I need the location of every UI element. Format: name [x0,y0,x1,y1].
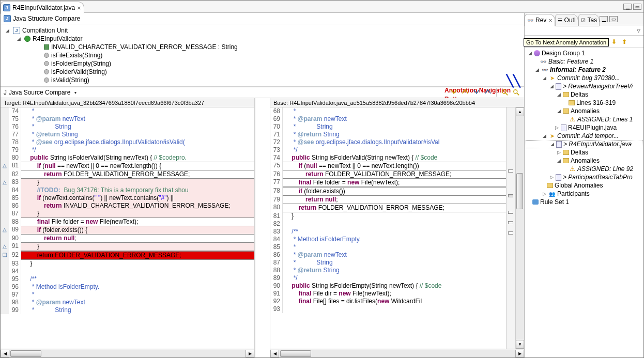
compilation-unit-icon: J [13,27,20,34]
structure-compare-title: Java Structure Compare [13,15,80,22]
expand-icon[interactable]: ◢ [6,28,11,33]
target-pane: Target: R4EInputValidator.java_32bb23476… [1,98,255,357]
tree-node-method[interactable]: isValid(String) [4,76,521,84]
method-icon [44,61,49,66]
target-code[interactable]: 74 *75 * @param newText76 * String77 * @… [1,107,254,349]
compare-connector [255,98,270,357]
scroll-down-icon[interactable]: ▼ [516,340,524,349]
base-scroll-h[interactable]: ◀ ▶ [270,349,524,357]
java-file-icon: J [3,4,10,11]
scroll-left-icon[interactable]: ◀ [1,350,9,357]
tree-node[interactable]: ▷Deltas [526,148,642,157]
tree-node[interactable]: 👓Basic: Feature 1 [526,57,642,66]
tree-node-method[interactable]: isFolderValid(String) [4,68,521,76]
compare-view: Target: R4EInputValidator.java_32bb23476… [1,98,524,357]
tree-node[interactable]: ▷Participants [526,190,642,198]
scroll-up-icon[interactable]: ▲ [516,107,524,116]
close-icon[interactable]: ✕ [77,4,81,11]
tree-node[interactable]: Lines 316-319 [526,99,642,107]
svg-point-0 [502,90,506,94]
group-icon [534,50,540,56]
target-header: Target: R4EInputValidator.java_32bb23476… [1,98,254,107]
base-header: Base: R4EInputValidator.java_ae515a58382… [270,98,524,107]
tree-node[interactable]: Global Anomalies [526,181,642,190]
svg-point-1 [514,90,517,94]
method-icon [44,53,49,58]
tree-node[interactable]: Rule Set 1 [526,198,642,206]
file-icon [556,141,562,148]
tree-node-class[interactable]: ◢ R4EInputValidator [4,35,521,43]
scroll-left-icon[interactable]: ◀ [270,350,279,357]
commit-icon [548,74,556,82]
minimize-button[interactable]: ▁ [600,16,608,22]
base-code[interactable]: 68 *69 * @param newText70 * String71 * @… [270,107,506,349]
scroll-right-icon[interactable]: ▶ [246,350,254,357]
tree-node-method[interactable]: isFileExists(String) [4,51,521,59]
tab-outline[interactable]: ☰ Outl [555,14,578,26]
scroll-right-icon[interactable]: ▶ [515,350,524,357]
next-diff-button[interactable] [449,88,458,97]
maximize-button[interactable]: ▭ [633,4,641,10]
target-scroll-h[interactable]: ◀ ▶ [1,349,254,357]
review-icon: 👓 [541,66,548,73]
tasks-icon: ☑ [581,18,586,23]
minimize-button[interactable]: ▁ [623,4,632,10]
base-scroll-v[interactable]: ▲ ▼ [515,107,524,349]
method-icon [44,69,49,74]
prev-anomaly-button[interactable] [512,88,521,97]
tree-node[interactable]: ▷> ParticipantBasicTabPro [526,173,642,181]
tree-node[interactable]: ◢👓Informal: Feature 2 [526,66,642,74]
down-arrow-icon[interactable]: ⬇ [609,37,619,46]
global-anomalies-icon [547,183,553,188]
next-anomaly-button[interactable] [500,88,510,97]
tree-node-compilation-unit[interactable]: ◢ J Compilation Unit [4,26,521,35]
java-icon: J [4,15,11,22]
tree-node[interactable]: ▷R4EUIPlugin.java [526,123,642,132]
tree-node[interactable]: ◢Commit: bug 370380... [526,74,642,82]
file-icon [556,174,561,181]
ruleset-icon [532,199,539,205]
editor-window-controls: ▁ ▭ [623,1,643,12]
next-change-button[interactable] [472,88,481,97]
class-icon [24,36,30,42]
method-icon [44,77,49,83]
tree-node-selected[interactable]: ◢> R4EInputValidator.java [526,140,642,148]
tree-node[interactable]: ◢Commit: Add tempor... [526,132,642,140]
anomalies-icon [563,158,569,163]
file-icon [556,83,561,90]
tree-node[interactable]: ◢Deltas [526,90,642,99]
view-menu-icon[interactable]: ▽ [637,28,640,33]
structure-tree: ◢ J Compilation Unit ◢ R4EInputValidator… [1,24,524,87]
binoculars-icon: 👓 [527,18,533,23]
tab-review[interactable]: 👓 Rev ✕ [525,14,555,26]
tree-node[interactable]: ASSIGNED: Line 92 [526,165,642,173]
editor-tab-title: R4EInputValidator.java [12,4,75,11]
tree-node[interactable]: ◢Anomalies [526,157,642,165]
warn-icon [569,116,576,123]
tooltip: Go To Next Anomaly Annotation [524,38,609,46]
prev-change-button[interactable] [483,88,493,97]
deltas-icon [563,150,569,155]
outline-icon: ☰ [558,18,562,23]
tab-tasks[interactable]: ☑ Tas [578,14,600,26]
dropdown-icon[interactable]: ▼ [73,91,77,95]
source-compare-toolbar: J Java Source Compare ▼ [1,87,524,98]
prev-diff-button[interactable] [461,88,470,97]
tree-node-method[interactable]: isFolderEmpty(String) [4,59,521,68]
tree-node[interactable]: ◢Design Group 1 [526,49,642,57]
maximize-button[interactable]: ▭ [609,16,618,22]
expand-icon[interactable]: ◢ [17,36,22,41]
tree-node-field[interactable]: INVALID_CHARACTER_VALIDATION_ERROR_MESSA… [4,43,521,51]
up-arrow-icon[interactable]: ⬆ [620,37,629,46]
commit-icon [548,132,556,139]
tree-node[interactable]: ASSIGNED: Lines 1 [526,115,642,123]
base-pane: Base: R4EInputValidator.java_ae515a58382… [270,98,524,357]
deltas-icon [563,92,569,97]
tree-node[interactable]: ◢> ReviewNavigatorTreeVi [526,82,642,90]
editor-tab-active[interactable]: J R4EInputValidator.java ✕ [1,2,84,14]
field-icon [44,44,49,50]
tree-node[interactable]: ◢Anomalies [526,107,642,115]
java-icon: J [4,89,7,96]
overview-ruler[interactable] [506,107,515,349]
close-icon[interactable]: ✕ [548,17,552,24]
